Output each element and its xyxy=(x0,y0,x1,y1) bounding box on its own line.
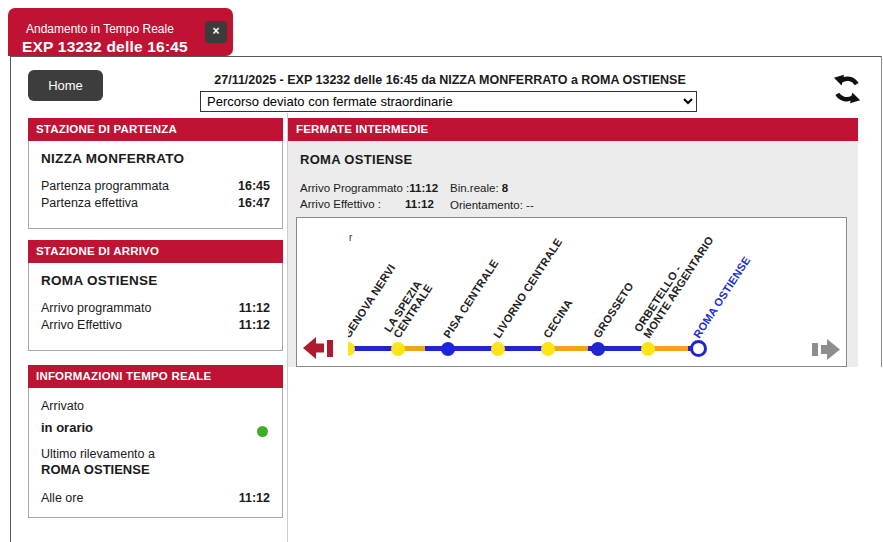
scheduled-arrival-row: Arrivo programmato 11:12 xyxy=(41,300,270,317)
arrival-station-name: ROMA OSTIENSE xyxy=(41,273,270,288)
selected-stop-scheduled-value: 11:12 xyxy=(409,182,438,194)
stops-strip: r GENOVA NERVILA SPEZIA CENTRALEPISA CEN… xyxy=(348,218,834,366)
window-border-left xyxy=(10,56,11,542)
selected-stop-orientation-row: Orientamento: -- xyxy=(450,199,534,211)
actual-arrival-row: Arrivo Effettivo 11:12 xyxy=(41,317,270,334)
stop-marker[interactable] xyxy=(348,342,355,356)
window-border-top xyxy=(10,56,882,57)
train-popup-tab: Andamento in Tempo Reale EXP 13232 delle… xyxy=(8,8,233,56)
status-indicator-dot xyxy=(257,426,268,437)
actual-arrival-value: 11:12 xyxy=(239,317,270,334)
selected-stop-orientation-value: -- xyxy=(526,199,534,211)
selected-stop-platform-value: 8 xyxy=(502,182,508,194)
selected-stop-name: ROMA OSTIENSE xyxy=(300,152,412,167)
stop-marker[interactable] xyxy=(491,342,505,356)
actual-departure-row: Partenza effettiva 16:47 xyxy=(41,195,270,212)
actual-departure-label: Partenza effettiva xyxy=(41,195,138,212)
popup-title: Andamento in Tempo Reale xyxy=(26,22,174,36)
selected-stop-scheduled-label: Arrivo Programmato : xyxy=(300,182,409,194)
departure-panel-header: STAZIONE DI PARTENZA xyxy=(28,118,283,141)
close-icon[interactable]: × xyxy=(205,21,227,43)
departure-station-name: NIZZA MONFERRATO xyxy=(41,151,270,166)
stops-panel: ROMA OSTIENSE Arrivo Programmato :11:12 … xyxy=(288,141,858,367)
stop-marker[interactable] xyxy=(690,340,707,357)
scheduled-arrival-value: 11:12 xyxy=(239,300,270,317)
arrival-panel-header: STAZIONE DI ARRIVO xyxy=(28,240,283,263)
route-status-select[interactable]: Percorso deviato con fermate straordinar… xyxy=(200,91,697,112)
stop-label[interactable]: GROSSETO xyxy=(592,281,636,340)
scheduled-departure-value: 16:45 xyxy=(238,178,270,195)
selected-stop-orientation-label: Orientamento: xyxy=(450,199,523,211)
selected-stop-platform-row: Bin.reale: 8 xyxy=(450,182,508,194)
stop-label[interactable]: CECINA xyxy=(542,298,575,340)
train-id-label: EXP 13232 delle 16:45 xyxy=(22,38,188,56)
stop-label[interactable]: PISA CENTRALE xyxy=(442,258,501,340)
scheduled-arrival-label: Arrivo programmato xyxy=(41,300,151,317)
stop-marker[interactable] xyxy=(641,342,655,356)
realtime-panel-header: INFORMAZIONI TEMPO REALE xyxy=(28,365,283,388)
route-diagram: r GENOVA NERVILA SPEZIA CENTRALEPISA CEN… xyxy=(296,217,847,367)
arrival-panel: ROMA OSTIENSE Arrivo programmato 11:12 A… xyxy=(28,263,283,351)
clipped-stop-label-fragment: r xyxy=(349,232,352,243)
selected-stop-actual-row: Arrivo Effettivo :11:12 xyxy=(300,198,434,210)
last-detection-label: Ultimo rilevamento a xyxy=(41,446,270,462)
realtime-panel: Arrivato in orario Ultimo rilevamento a … xyxy=(28,388,283,518)
window-border-right xyxy=(881,56,882,367)
home-button[interactable]: Home xyxy=(28,70,103,101)
selected-stop-platform-label: Bin.reale: xyxy=(450,182,499,194)
stop-marker[interactable] xyxy=(441,342,455,356)
actual-arrival-label: Arrivo Effettivo xyxy=(41,317,122,334)
selected-stop-actual-value: 11:12 xyxy=(405,198,434,210)
actual-departure-value: 16:47 xyxy=(238,195,270,212)
refresh-icon[interactable] xyxy=(830,72,864,106)
departure-panel: NIZZA MONFERRATO Partenza programmata 16… xyxy=(28,141,283,229)
detection-time-label: Alle ore xyxy=(41,490,83,507)
scheduled-departure-row: Partenza programmata 16:45 xyxy=(41,178,270,195)
stop-marker[interactable] xyxy=(541,342,555,356)
stops-panel-header: FERMATE INTERMEDIE xyxy=(288,118,858,141)
last-detection-station: ROMA OSTIENSE xyxy=(41,462,270,477)
stop-marker[interactable] xyxy=(391,342,405,356)
train-route-header: 27/11/2025 - EXP 13232 delle 16:45 da NI… xyxy=(115,73,785,87)
selected-stop-actual-label: Arrivo Effettivo : xyxy=(300,198,405,210)
prev-stops-arrow-icon[interactable] xyxy=(303,335,335,362)
detection-time-row: Alle ore 11:12 xyxy=(41,490,270,507)
stop-label[interactable]: ROMA OSTIENSE xyxy=(692,255,753,340)
stop-marker[interactable] xyxy=(591,342,605,356)
scheduled-departure-label: Partenza programmata xyxy=(41,178,169,195)
selected-stop-scheduled-row: Arrivo Programmato :11:12 xyxy=(300,182,438,194)
stop-label[interactable]: LA SPEZIA CENTRALE xyxy=(383,276,435,340)
status-label: Arrivato xyxy=(41,398,270,414)
status-value: in orario xyxy=(41,420,270,435)
detection-time-value: 11:12 xyxy=(239,490,270,507)
